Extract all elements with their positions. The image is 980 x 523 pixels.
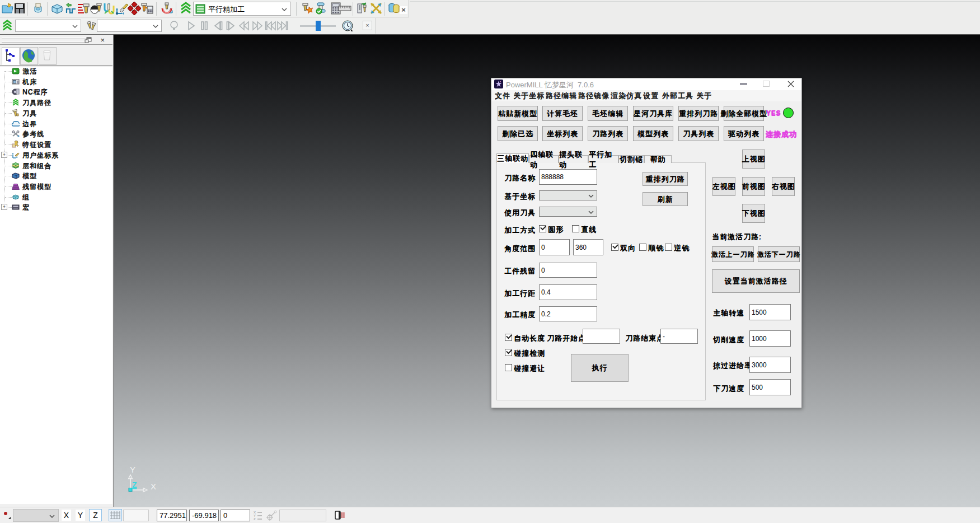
svg-text:Y: Y <box>130 465 135 474</box>
svg-text:X: X <box>151 482 156 491</box>
svg-text:Z: Z <box>132 480 137 489</box>
svg-text:Z: Z <box>254 517 256 521</box>
